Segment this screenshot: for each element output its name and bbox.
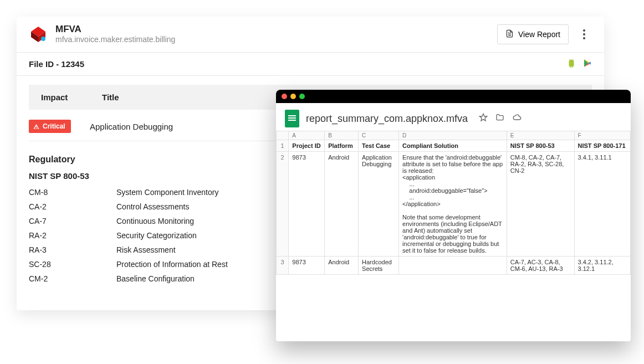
window-zoom-icon[interactable] (299, 94, 305, 99)
app-subtitle: mfva.invoice.maker.estimate.billing (55, 35, 175, 44)
data-cell[interactable]: Ensure that the 'android:debuggable' att… (399, 152, 507, 257)
column-impact: Impact (41, 93, 102, 102)
column-letter[interactable]: F (574, 131, 630, 140)
data-cell[interactable]: Android (325, 152, 359, 257)
window-titlebar (276, 90, 631, 103)
data-cell[interactable]: Application Debugging (359, 152, 399, 257)
data-cell[interactable]: 9873 (289, 152, 325, 257)
overflow-menu-button[interactable] (576, 25, 592, 44)
column-letter[interactable]: B (325, 131, 359, 140)
header-cell[interactable]: Project ID (289, 140, 325, 152)
data-row[interactable]: 39873AndroidHardcoded SecretsCA-7, AC-3,… (277, 257, 631, 275)
severity-badge: Critical (29, 120, 71, 133)
row-number[interactable]: 3 (277, 257, 289, 275)
app-logo-icon (29, 25, 48, 44)
data-cell[interactable]: 9873 (289, 257, 325, 275)
warning-icon (33, 124, 39, 130)
row-number[interactable]: 2 (277, 152, 289, 257)
sheet-filename[interactable]: report_summary_com.appknox.mfva (306, 113, 468, 125)
data-cell[interactable]: Hardcoded Secrets (359, 257, 399, 275)
spreadsheet-window: report_summary_com.appknox.mfva (276, 90, 631, 341)
row-number[interactable]: 1 (277, 140, 289, 152)
column-letter[interactable]: D (399, 131, 507, 140)
data-cell[interactable] (399, 257, 507, 275)
severity-label: Critical (43, 122, 65, 130)
sheet-header: report_summary_com.appknox.mfva (276, 103, 631, 131)
file-id-label: File ID - 12345 (29, 59, 84, 69)
file-id-row: File ID - 12345 (17, 53, 604, 76)
header-cell[interactable]: NIST SP 800-171 (574, 140, 630, 152)
window-close-icon[interactable] (282, 94, 287, 99)
view-report-label: View Report (518, 30, 560, 39)
header-cell[interactable]: Test Case (359, 140, 399, 152)
svg-point-3 (41, 37, 45, 41)
control-code: RA-3 (29, 245, 116, 254)
cloud-icon[interactable] (512, 113, 522, 124)
control-code: SC-28 (29, 260, 116, 269)
app-title: MFVA (55, 24, 175, 35)
spreadsheet-grid[interactable]: ABCDEF 1Project IDPlatformTest CaseCompl… (276, 131, 631, 275)
folder-icon[interactable] (495, 113, 504, 124)
window-minimize-icon[interactable] (290, 94, 296, 99)
column-letter[interactable]: C (359, 131, 399, 140)
control-code: RA-2 (29, 231, 116, 240)
data-cell[interactable]: CA-7, AC-3, CA-8, CM-6, AU-13, RA-3 (507, 257, 574, 275)
column-letter[interactable]: E (507, 131, 574, 140)
view-report-button[interactable]: View Report (497, 24, 569, 44)
header-cell[interactable]: NIST SP 800-53 (507, 140, 574, 152)
control-code: CA-7 (29, 217, 116, 225)
control-code: CA-2 (29, 202, 116, 211)
sheets-app-icon (285, 110, 299, 127)
data-cell[interactable]: 3.4.2, 3.11.2, 3.12.1 (574, 257, 630, 275)
header-cell[interactable]: Compliant Solution (399, 140, 507, 152)
data-cell[interactable]: Android (325, 257, 359, 275)
header-cell[interactable]: Platform (325, 140, 359, 152)
document-icon (505, 29, 514, 39)
control-code: CM-8 (29, 188, 116, 197)
play-store-icon (583, 59, 592, 69)
data-cell[interactable]: 3.4.1, 3.11.1 (574, 152, 630, 257)
corner-cell[interactable] (277, 131, 289, 140)
data-row[interactable]: 29873AndroidApplication DebuggingEnsure … (277, 152, 631, 257)
column-letter[interactable]: A (289, 131, 325, 140)
android-icon (566, 58, 576, 70)
app-header: MFVA mfva.invoice.maker.estimate.billing… (17, 17, 604, 53)
control-code: CM-2 (29, 274, 116, 283)
star-icon[interactable] (479, 113, 488, 124)
data-cell[interactable]: CM-8, CA-2, CA-7, RA-2, RA-3, SC-28, CN-… (507, 152, 574, 257)
